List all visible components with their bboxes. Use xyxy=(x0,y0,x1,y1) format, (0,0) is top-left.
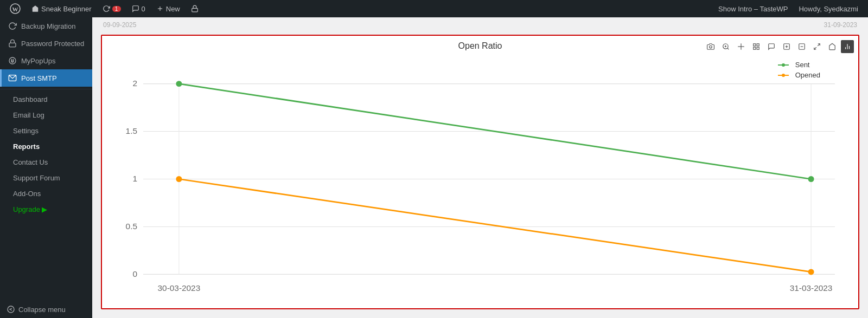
chart-container: Open Ratio Sent xyxy=(101,35,859,309)
svg-line-50 xyxy=(179,179,811,272)
svg-rect-17 xyxy=(754,44,756,46)
main-layout: Backup Migration Password Protected U My… xyxy=(0,17,868,318)
sidebar-menu-reports[interactable]: Reports xyxy=(0,139,92,154)
show-intro-link[interactable]: Show Intro – TasteWP xyxy=(714,0,792,17)
sidebar-menu-add-ons[interactable]: Add-Ons xyxy=(0,186,92,202)
chart-legend: Sent Opened xyxy=(778,61,820,79)
howdy-text: Howdy, Syedkazmi xyxy=(799,5,858,13)
svg-text:1: 1 xyxy=(132,174,137,183)
chart-svg-container: Sent Opened xyxy=(107,55,853,303)
svg-rect-18 xyxy=(757,44,759,46)
svg-text:U: U xyxy=(11,59,14,63)
admin-bar: W Sneak Beginner 1 0 New Show Intro – Ta… xyxy=(0,0,868,17)
svg-point-52 xyxy=(808,269,814,275)
toolbar-fit-btn[interactable] xyxy=(810,40,824,53)
settings-label: Settings xyxy=(13,127,39,135)
svg-rect-20 xyxy=(754,47,756,49)
password-protected-label: Password Protected xyxy=(21,40,84,48)
line-chart-svg: 0 0.5 1 1.5 2 xyxy=(107,55,853,303)
support-forum-label: Support Forum xyxy=(13,174,60,182)
svg-point-48 xyxy=(176,81,182,87)
comments-count: 0 xyxy=(142,5,145,13)
mypopups-label: MyPopUps xyxy=(21,57,56,65)
toolbar-grid-btn[interactable] xyxy=(750,40,763,53)
svg-point-10 xyxy=(710,46,712,48)
wp-logo[interactable]: W xyxy=(5,0,25,17)
sidebar-divider xyxy=(0,89,92,89)
new-content-link[interactable]: New xyxy=(152,0,184,17)
collapse-label: Collapse menu xyxy=(18,306,66,314)
new-label-text: New xyxy=(166,5,180,13)
svg-rect-5 xyxy=(9,43,16,47)
svg-text:1.5: 1.5 xyxy=(126,126,137,135)
legend-opened-line xyxy=(778,73,792,78)
svg-point-9 xyxy=(8,306,14,313)
collapse-icon xyxy=(7,305,15,314)
sidebar: Backup Migration Password Protected U My… xyxy=(0,17,92,318)
reports-label: Reports xyxy=(13,142,40,151)
lock-icon-item[interactable] xyxy=(187,0,203,17)
legend-sent-label: Sent xyxy=(795,61,810,69)
comments-link[interactable]: 0 xyxy=(127,0,150,17)
toolbar-zoom-minus-btn[interactable] xyxy=(795,40,808,53)
svg-point-34 xyxy=(782,74,785,77)
svg-text:30-03-2023: 30-03-2023 xyxy=(158,283,201,293)
adminbar-right: Show Intro – TasteWP Howdy, Syedkazmi xyxy=(714,0,863,17)
dashboard-label: Dashboard xyxy=(13,95,48,103)
sidebar-menu-settings[interactable]: Settings xyxy=(0,123,92,139)
site-name-text: Sneak Beginner xyxy=(41,5,92,13)
backup-migration-label: Backup Migration xyxy=(21,22,75,30)
legend-sent-line xyxy=(778,62,792,68)
toolbar-camera-btn[interactable] xyxy=(704,40,717,53)
contact-us-label: Contact Us xyxy=(13,158,48,166)
show-intro-text: Show Intro – TasteWP xyxy=(718,5,788,13)
svg-text:0: 0 xyxy=(132,269,137,278)
legend-item-opened: Opened xyxy=(778,71,820,79)
adminbar-left: W Sneak Beginner 1 0 New xyxy=(5,0,203,17)
sidebar-item-post-smtp[interactable]: Post SMTP xyxy=(0,69,92,87)
scrolled-date-right: 31-09-2023 xyxy=(824,21,857,29)
toolbar-bar-chart-btn[interactable] xyxy=(841,40,854,53)
sidebar-menu-upgrade[interactable]: Upgrade ▶ xyxy=(0,202,92,217)
svg-point-51 xyxy=(176,176,182,182)
post-smtp-label: Post SMTP xyxy=(21,74,57,82)
sidebar-item-password-protected[interactable]: Password Protected xyxy=(0,35,92,52)
sidebar-menu-dashboard[interactable]: Dashboard xyxy=(0,92,92,107)
scrolled-dates-bar: 09-09-2025 31-09-2023 xyxy=(92,17,868,33)
add-ons-label: Add-Ons xyxy=(13,190,41,198)
updates-link[interactable]: 1 xyxy=(98,0,125,17)
toolbar-crosshair-btn[interactable] xyxy=(735,40,748,53)
sidebar-item-backup-migration[interactable]: Backup Migration xyxy=(0,17,92,35)
scrolled-date-left: 09-09-2025 xyxy=(103,21,136,29)
toolbar-comment-btn[interactable] xyxy=(765,40,778,53)
sidebar-menu-contact-us[interactable]: Contact Us xyxy=(0,154,92,170)
svg-point-49 xyxy=(808,176,814,182)
howdy-link[interactable]: Howdy, Syedkazmi xyxy=(794,0,863,17)
svg-line-26 xyxy=(818,44,820,46)
sidebar-item-mypopups[interactable]: U MyPopUps xyxy=(0,52,92,69)
legend-opened-label: Opened xyxy=(795,71,820,79)
site-name-link[interactable]: Sneak Beginner xyxy=(27,0,96,17)
content-area: 09-09-2025 31-09-2023 xyxy=(92,17,868,318)
svg-text:2: 2 xyxy=(132,79,137,88)
svg-point-32 xyxy=(782,63,785,67)
svg-text:W: W xyxy=(12,6,18,12)
collapse-menu-btn[interactable]: Collapse menu xyxy=(0,301,92,318)
svg-text:31-03-2023: 31-03-2023 xyxy=(790,283,833,293)
svg-line-12 xyxy=(727,48,729,50)
chart-toolbar xyxy=(704,40,854,53)
legend-item-sent: Sent xyxy=(778,61,820,69)
svg-rect-4 xyxy=(192,8,198,11)
email-log-label: Email Log xyxy=(13,111,44,119)
updates-count: 1 xyxy=(112,6,121,12)
svg-line-27 xyxy=(814,47,816,49)
svg-text:0.5: 0.5 xyxy=(126,222,137,231)
svg-rect-19 xyxy=(757,47,759,49)
upgrade-label: Upgrade ▶ xyxy=(13,205,47,213)
toolbar-zoom-in-btn[interactable] xyxy=(719,40,732,53)
toolbar-home-btn[interactable] xyxy=(826,40,839,53)
sidebar-menu-email-log[interactable]: Email Log xyxy=(0,107,92,123)
toolbar-zoom-plus-btn[interactable] xyxy=(780,40,793,53)
sidebar-menu-support-forum[interactable]: Support Forum xyxy=(0,170,92,186)
